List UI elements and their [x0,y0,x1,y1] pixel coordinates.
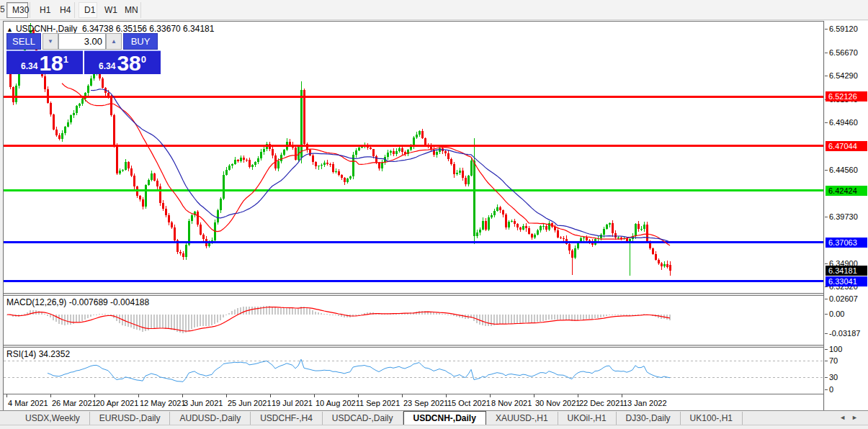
sell-price-sup: 1 [63,54,68,65]
axis-tick [825,76,828,76]
hline-price-badge: 6.42424 [826,186,867,196]
date-tick-label: 26 Mar 2021 [52,399,97,407]
chart-tab-dj30-daily[interactable]: DJ30-,Daily [617,412,681,425]
rsi-panel[interactable] [4,348,823,394]
buy-price-box[interactable]: 6.34 38 0 [84,50,161,74]
buy-price-big: 38 [117,53,140,73]
date-tick [402,394,403,397]
rsi-indicator-label: RSI(14) 34.2352 [6,349,70,359]
axis-tick [825,389,828,390]
chart-ohlc-values: 6.34738 6.35156 6.33670 6.34181 [82,24,215,34]
volume-increase-button[interactable]: ▲ [106,33,122,50]
chart-plot-area[interactable]: ▲USDCNH-,Daily 6.34738 6.35156 6.33670 6… [3,21,824,410]
date-tick-label: 30 Nov 2021 [535,399,580,407]
axis-tick [825,333,828,334]
price-tick-label: 6.56670 [829,48,858,57]
chart-tab-eurusd-daily[interactable]: EURUSD-,Daily [90,412,171,425]
date-tick-label: 20 Apr 2021 [96,399,138,407]
date-tick [358,394,359,397]
date-tick-label: 8 Nov 2021 [491,399,532,407]
timeframe-button-mn[interactable]: MN [119,2,139,18]
chart-tab-xauusd-h1[interactable]: XAUUSD-,H1 [486,412,558,425]
macd-tick-label: -0.03187 [829,329,860,338]
chart-tab-audusd-daily[interactable]: AUDUSD-,Daily [170,412,251,425]
axis-tick [825,263,828,264]
date-tick-label: 3 Jun 2021 [184,399,223,407]
axis-tick [825,361,828,361]
date-tick [138,394,139,397]
chart-tab-ukoil-h1[interactable]: UKOil-,H1 [558,412,617,425]
sell-price-big: 18 [39,53,63,73]
date-tick [270,394,271,397]
toolbar-separator [74,2,75,18]
axis-tick [825,122,828,123]
rsi-tick-label: 30 [829,373,838,381]
price-tick-label: 6.44560 [829,166,858,174]
volume-decrease-button[interactable]: ▼ [42,33,58,50]
date-tick [94,394,95,397]
hline-price-badge: 6.47044 [826,141,867,151]
buy-price-prefix: 6.34 [99,61,115,71]
tab-scroll-right-icon[interactable]: ► [851,414,864,421]
date-tick-label: 15 Oct 2021 [447,399,491,407]
date-tick [314,394,315,397]
chart-tab-usdcnh-daily[interactable]: USDCNH-,Daily [403,411,486,425]
date-tick-label: 13 Jan 2022 [623,399,667,407]
axis-tick [825,349,828,350]
axis-tick [825,217,828,217]
axis-tick [825,299,828,299]
chart-tab-usdx-weekly[interactable]: USDX,Weekly [16,412,90,425]
timeframe-button-partial[interactable]: 5 [0,4,5,14]
hline-price-badge: 6.37063 [826,238,867,248]
collapse-triangle-icon[interactable]: ▲ [6,26,13,33]
axis-tick [825,314,828,315]
buy-button[interactable]: BUY [123,33,158,50]
buy-price-sup: 0 [141,54,146,65]
macd-indicator-label: MACD(12,26,9) -0.007689 -0.004188 [6,297,149,307]
chart-tab-uk100-h1[interactable]: UK100-,H1 [681,412,743,425]
date-tick [446,394,447,397]
timeframe-button-w1[interactable]: W1 [99,2,117,18]
axis-tick [825,286,828,287]
date-tick [50,394,51,397]
date-tick-label: 23 Sep 2021 [403,399,448,407]
price-tick-label: 6.54290 [829,71,858,80]
sell-button[interactable]: SELL [6,33,41,50]
status-strip [0,425,868,429]
sell-price-box[interactable]: 6.34 18 1 [6,50,83,74]
current-price-badge: 6.34181 [826,266,867,276]
date-tick [622,394,622,397]
date-tick-label: 22 Dec 2021 [579,399,624,407]
timeframe-button-d1[interactable]: D1 [79,2,97,18]
date-tick [534,394,534,397]
chart-title: ▲USDCNH-,Daily 6.34738 6.35156 6.33670 6… [6,24,214,34]
rsi-tick-label: 70 [829,356,838,365]
tab-scroll-left-icon[interactable]: ◄ [839,414,851,421]
timeframe-button-h4[interactable]: H4 [54,2,73,18]
volume-input[interactable] [58,33,106,50]
date-tick-label: 1 Sep 2021 [359,399,400,407]
toolbar-separator [140,2,141,18]
rsi-tick-label: 0 [829,385,833,394]
timeframe-button-h1[interactable]: H1 [34,2,53,18]
date-tick-label: 19 Jul 2021 [272,399,313,407]
timeframe-toolbar: 5 M30H1H4D1W1MN [0,0,868,20]
rsi-value: 34.2352 [39,349,70,359]
date-tick-label: 12 May 2021 [140,399,186,407]
hline-price-badge: 6.52126 [826,91,867,101]
date-tick-label: 25 Jun 2021 [228,399,272,407]
macd-tick-label: 0.02607 [829,294,858,303]
price-tick-label: 6.49460 [829,118,858,127]
price-tick-label: 6.39730 [829,212,858,221]
date-tick [578,394,578,397]
date-axis: 4 Mar 202126 Mar 202120 Apr 202112 May 2… [4,394,823,410]
timeframe-button-m30[interactable]: M30 [6,2,28,18]
chart-tab-usdchf-h4[interactable]: USDCHF-,H4 [251,412,323,425]
date-tick [182,394,183,397]
axis-tick [825,377,828,378]
chart-tab-bar: USDX,WeeklyEURUSD-,DailyAUDUSD-,DailyUSD… [0,410,868,425]
price-axis: 6.591206.566706.542906.518406.494606.445… [825,21,868,410]
chart-tab-usdcad-daily[interactable]: USDCAD-,Daily [323,412,403,425]
axis-tick [825,170,828,171]
sell-price-prefix: 6.34 [21,61,37,71]
